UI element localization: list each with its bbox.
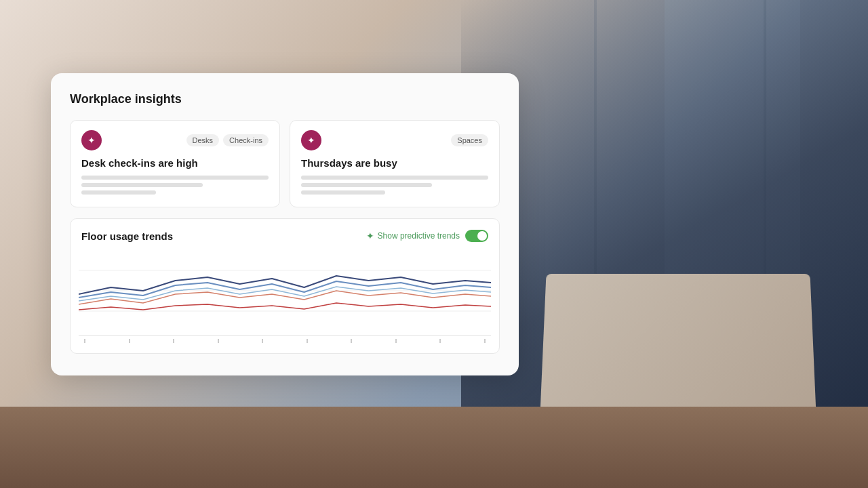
tick-1 [84, 339, 85, 343]
desk-insight-icon: ✦ [81, 130, 102, 150]
desk-icon-symbol: ✦ [87, 135, 96, 146]
desk-bar-1 [81, 176, 269, 180]
trends-title: Floor usage trends [81, 230, 173, 242]
thursday-bars [301, 176, 488, 195]
thursday-tags: Spaces [451, 134, 488, 146]
tick-10 [484, 339, 486, 343]
trend-chart [79, 250, 491, 331]
desk-bar-2 [81, 183, 203, 187]
thursday-card-header: ✦ Spaces [301, 130, 488, 150]
thursday-icon-symbol: ✦ [307, 135, 315, 146]
thursday-bar-1 [301, 176, 488, 180]
desk-card-header: ✦ Desks Check-ins [81, 130, 269, 150]
trends-header: Floor usage trends ✦ Show predictive tre… [81, 230, 488, 242]
thursday-bar-2 [301, 183, 432, 187]
thursday-insight-icon: ✦ [301, 130, 321, 150]
trends-controls: ✦ Show predictive trends [366, 230, 488, 242]
tick-4 [218, 339, 219, 343]
thursday-tag-spaces: Spaces [451, 134, 488, 146]
tick-7 [351, 339, 352, 343]
thursday-insight-title: Thursdays are busy [301, 157, 488, 169]
card-title: Workplace insights [70, 92, 500, 106]
desk-tag-checkins: Check-ins [223, 134, 269, 146]
predictive-icon: ✦ [366, 230, 374, 241]
tick-2 [129, 339, 130, 343]
tick-3 [173, 339, 174, 343]
thursdays-busy-card: ✦ Spaces Thursdays are busy [290, 120, 500, 207]
tick-9 [439, 339, 441, 343]
predictive-toggle[interactable] [465, 230, 488, 242]
trends-card: Floor usage trends ✦ Show predictive tre… [70, 218, 500, 354]
thursday-bar-3 [301, 190, 385, 195]
chart-area [79, 250, 491, 345]
tick-6 [307, 339, 308, 343]
table [0, 407, 868, 488]
desk-tags: Desks Check-ins [186, 134, 269, 146]
workplace-insights-card: Workplace insights ✦ Desks Check-ins Des… [51, 73, 519, 375]
desk-tag-desks: Desks [186, 134, 220, 146]
chart-axis [79, 336, 491, 343]
desk-bar-3 [81, 190, 156, 195]
predictive-text: Show predictive trends [378, 231, 460, 241]
tick-5 [262, 339, 263, 343]
insights-row: ✦ Desks Check-ins Desk check-ins are hig… [70, 120, 500, 207]
desk-bars [81, 176, 269, 195]
desk-insight-title: Desk check-ins are high [81, 157, 269, 169]
predictive-label: ✦ Show predictive trends [366, 230, 460, 241]
desk-checkins-card: ✦ Desks Check-ins Desk check-ins are hig… [70, 120, 280, 207]
tick-8 [395, 339, 397, 343]
